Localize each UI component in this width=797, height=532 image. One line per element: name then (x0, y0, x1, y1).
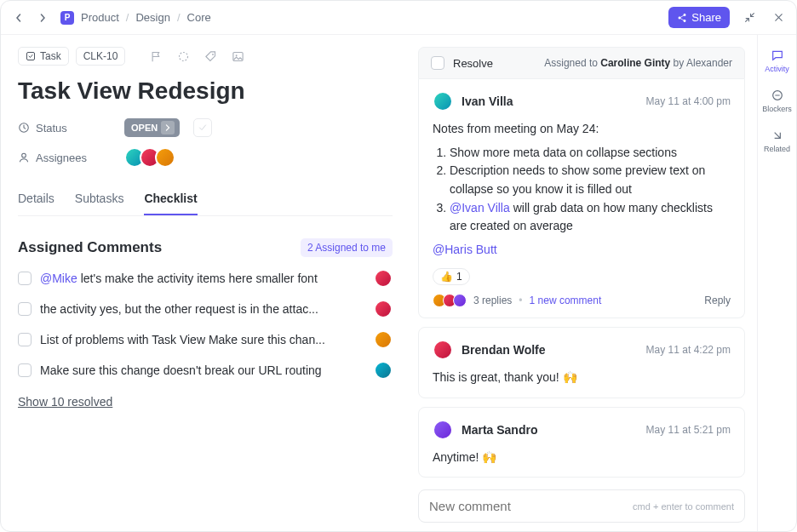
reaction-chip[interactable]: 👍1 (433, 268, 470, 285)
status-next-icon[interactable] (161, 121, 175, 134)
assigned-comment-row[interactable]: @Mike let's make the activity items here… (18, 269, 393, 288)
breadcrumb-item[interactable]: Core (187, 11, 211, 24)
top-bar: P Product / Design / Core Share (1, 1, 796, 35)
share-label: Share (691, 11, 721, 24)
blocker-icon (771, 89, 784, 102)
checkbox[interactable] (18, 302, 32, 316)
show-resolved-link[interactable]: Show 10 resolved (18, 395, 112, 409)
checkbox[interactable] (18, 363, 32, 377)
assigned-comment-text: Make sure this change doesn't break our … (40, 363, 370, 377)
sprint-icon[interactable] (175, 48, 192, 65)
composer-hint: cmd + enter to comment (633, 501, 734, 512)
status-value: OPEN (131, 123, 158, 133)
breadcrumb-sep: / (126, 11, 129, 24)
assigned-comment-text: List of problems with Task View Make sur… (40, 333, 370, 346)
rail-label: Blockers (762, 105, 792, 113)
breadcrumb-item[interactable]: Design (135, 11, 169, 24)
flag-icon[interactable] (147, 48, 164, 65)
replies-bar: 3 replies • 1 new comment Reply (433, 294, 731, 307)
rail-activity[interactable]: Activity (758, 43, 796, 78)
svg-rect-0 (27, 53, 35, 60)
checkbox[interactable] (18, 272, 32, 285)
assigned-comments-title: Assigned Comments (18, 239, 162, 256)
tab-details[interactable]: Details (18, 183, 54, 215)
right-rail: Activity Blockers Related (757, 35, 796, 531)
resolve-label: Resolve (453, 57, 493, 70)
assigned-comment-row[interactable]: Make sure this change doesn't break our … (18, 361, 393, 380)
assignees-field: Assignees (18, 147, 393, 168)
assigned-comment-row[interactable]: the activity yes, but the other request … (18, 300, 393, 318)
complete-toggle[interactable] (193, 118, 212, 137)
minimize-icon[interactable] (740, 9, 759, 27)
space-icon: P (60, 11, 74, 25)
avatar[interactable] (374, 269, 393, 288)
chat-icon (771, 49, 784, 62)
activity-panel: Resolve Assigned to Caroline Ginty by Al… (410, 35, 757, 531)
task-type-label: Task (40, 50, 61, 62)
assigned-count-badge[interactable]: 2 Assigned to me (301, 238, 393, 257)
rail-blockers[interactable]: Blockers (758, 83, 796, 118)
user-icon (18, 152, 30, 163)
breadcrumb[interactable]: P Product / Design / Core (60, 11, 211, 25)
tab-checklist[interactable]: Checklist (144, 183, 197, 215)
comment-time: May 11 at 5:21 pm (646, 424, 731, 436)
resolve-checkbox[interactable] (431, 56, 444, 70)
breadcrumb-item[interactable]: Product (81, 11, 119, 24)
status-icon (18, 122, 30, 134)
avatar[interactable] (374, 300, 393, 318)
rail-label: Activity (765, 65, 789, 73)
tag-icon[interactable] (202, 48, 219, 65)
reply-count[interactable]: 3 replies (473, 295, 512, 306)
tab-subtasks[interactable]: Subtasks (75, 183, 124, 215)
share-icon (677, 13, 687, 23)
image-icon[interactable] (229, 48, 246, 65)
assigned-to-text: Assigned to Caroline Ginty by Alexander (544, 57, 732, 69)
comment-time: May 11 at 4:00 pm (646, 95, 731, 107)
status-chip[interactable]: OPEN (124, 118, 180, 137)
avatar[interactable] (155, 147, 175, 168)
avatar[interactable] (374, 361, 393, 380)
svg-rect-3 (233, 52, 243, 60)
avatar[interactable] (433, 420, 453, 440)
task-title[interactable]: Task View Redesign (18, 77, 393, 105)
task-icon (26, 51, 36, 61)
composer-input[interactable] (429, 499, 612, 513)
task-toolbar: Task CLK-10 (18, 47, 393, 66)
nav-forward-button[interactable] (33, 9, 52, 27)
checkbox[interactable] (18, 333, 32, 346)
rail-label: Related (764, 145, 790, 153)
assigned-comments-header: Assigned Comments 2 Assigned to me (18, 238, 393, 257)
breadcrumb-sep: / (177, 11, 181, 24)
assignees-label: Assignees (18, 152, 116, 164)
assigned-comment-row[interactable]: List of problems with Task View Make sur… (18, 330, 393, 349)
svg-point-4 (236, 54, 238, 56)
close-icon[interactable] (769, 9, 788, 27)
rail-related[interactable]: Related (758, 123, 796, 158)
nav-back-button[interactable] (9, 9, 28, 27)
comment-body: This is great, thank you! 🙌 (433, 369, 731, 387)
share-button[interactable]: Share (668, 7, 730, 28)
related-icon (771, 129, 784, 142)
assignee-avatars[interactable] (124, 147, 175, 168)
avatar[interactable] (433, 91, 453, 112)
svg-point-6 (22, 153, 26, 157)
svg-point-2 (212, 54, 214, 55)
tabs: Details Subtasks Checklist (18, 183, 393, 216)
task-type-pill[interactable]: Task (18, 47, 69, 66)
assigned-comment-text: the activity yes, but the other request … (40, 302, 370, 316)
comment-author: Marta Sandro (462, 423, 537, 437)
task-id-pill[interactable]: CLK-10 (76, 47, 126, 66)
comment-card: Ivan Villa May 11 at 4:00 pm Notes from … (418, 79, 745, 318)
new-comment-indicator[interactable]: 1 new comment (530, 295, 602, 306)
svg-point-1 (179, 52, 187, 60)
comment-body: Notes from meeting on May 24: Show more … (433, 120, 731, 260)
comment-composer[interactable]: cmd + enter to comment (418, 489, 745, 523)
status-field: Status OPEN (18, 118, 393, 137)
reply-button[interactable]: Reply (704, 295, 731, 306)
avatar[interactable] (433, 340, 453, 360)
comment-time: May 11 at 4:22 pm (646, 344, 731, 356)
status-label: Status (18, 122, 116, 134)
avatar[interactable] (374, 330, 393, 349)
task-main: Task CLK-10 Task View Redesign Status OP… (1, 35, 410, 531)
reply-avatars[interactable] (433, 294, 467, 307)
